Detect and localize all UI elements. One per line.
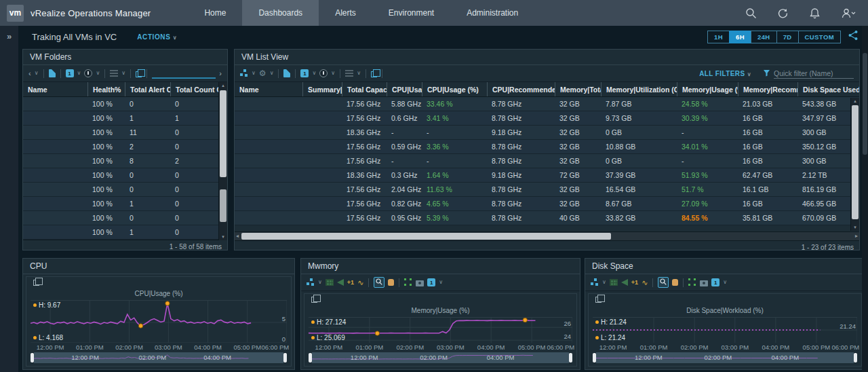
all-filters-dropdown[interactable]: ALL FILTERS ∨	[699, 70, 751, 77]
brush-handle-right[interactable]	[283, 353, 287, 362]
column-selector-icon[interactable]	[345, 70, 353, 77]
chevron-down-icon[interactable]: ∨	[331, 71, 335, 76]
chevron-down-icon[interactable]: ∨	[318, 280, 322, 285]
chevron-down-icon[interactable]: ∨	[35, 71, 39, 76]
status-filter-icon[interactable]	[319, 69, 328, 77]
column-header[interactable]: Summary|Guest...	[302, 82, 342, 96]
brush-handle-right[interactable]	[854, 353, 857, 362]
share-icon[interactable]	[848, 30, 859, 43]
time-range-1h[interactable]: 1H	[707, 31, 730, 43]
dynamic-threshold-icon[interactable]	[337, 279, 344, 286]
chevron-down-icon[interactable]: ∨	[723, 280, 727, 285]
snapshot-icon[interactable]	[416, 280, 424, 286]
chevron-down-icon[interactable]: ∨	[77, 71, 81, 76]
column-header[interactable]: Total Capacity	[342, 82, 387, 96]
cpu-chart-plot[interactable]: H: 9.67 L: 4.168 50	[31, 300, 287, 343]
table-row[interactable]: 17.56 GHz0.82 GHz4.65 %8.78 GHz32 GB8.67…	[235, 197, 859, 211]
column-header[interactable]: Name	[23, 82, 87, 96]
data-grid-icon[interactable]	[326, 279, 334, 286]
table-row[interactable]: 18.36 GHz--9.18 GHz32 GB0 GB-16 GB300 GB	[235, 126, 859, 140]
compare-chart-icon[interactable]	[595, 297, 601, 303]
table-row[interactable]: 17.56 GHz0.6 GHz3.41 %8.78 GHz32 GB9.73 …	[235, 111, 859, 126]
anomalies-icon[interactable]: +1	[347, 279, 354, 286]
column-header[interactable]: Total Alert Count	[125, 82, 170, 96]
zoom-all-icon[interactable]	[688, 278, 696, 286]
brush-track[interactable]: 12:00 PM02:00 PM04:00 PM	[34, 352, 283, 363]
zoom-mode-icon[interactable]	[374, 277, 384, 288]
chevron-down-icon[interactable]: ∨	[439, 280, 443, 285]
search-icon[interactable]	[745, 7, 757, 19]
brush-track[interactable]: 12:00 PM02:00 PM04:00 PM	[312, 352, 569, 363]
table-row[interactable]: 100 %00	[23, 183, 227, 197]
nav-item-dashboards[interactable]: Dashboards	[242, 0, 319, 26]
page-size-icon[interactable]: 1	[66, 69, 74, 77]
column-selector-icon[interactable]	[110, 70, 118, 77]
table-row[interactable]: 100 %20	[23, 140, 227, 154]
column-header[interactable]: Memory|Recommended ...	[738, 82, 797, 96]
column-header[interactable]: Health%	[87, 82, 125, 96]
chart-type-icon[interactable]	[591, 278, 599, 286]
folder-search-input[interactable]	[152, 69, 216, 79]
scroll-right-icon[interactable]: ›	[219, 69, 222, 77]
vertical-scrollbar[interactable]: ▴▾	[218, 82, 227, 240]
column-header[interactable]: Disk Space Used	[797, 82, 859, 96]
table-row[interactable]: 100 %00	[23, 168, 227, 183]
horizontal-scrollbar[interactable]: ◂▸	[235, 231, 859, 240]
nav-item-administration[interactable]: Administration	[450, 0, 534, 26]
table-row[interactable]: 17.56 GHz--8.78 GHz32 GB0 GB-16 GB300 GB	[235, 154, 859, 168]
table-row[interactable]: 100 %11	[23, 111, 227, 126]
expand-sidebar-icon[interactable]: »	[0, 31, 18, 41]
anomalies-icon[interactable]: +1	[631, 279, 638, 286]
status-filter-icon[interactable]	[84, 69, 92, 77]
disk-chart-plot[interactable]: H: 21.24 L: 21.24 21.24	[593, 317, 857, 343]
column-header[interactable]: CPU|Recommended Size	[487, 82, 555, 96]
copy-icon[interactable]	[136, 71, 142, 77]
page-size-icon[interactable]: 1	[300, 69, 309, 77]
table-row[interactable]: 18.36 GHz0.3 GHz1.64 %9.18 GHz72 GB37.39…	[235, 168, 859, 183]
user-menu-icon[interactable]	[841, 7, 856, 19]
table-row[interactable]: 100 %10	[23, 197, 227, 211]
table-row[interactable]: 100 %00	[23, 97, 227, 111]
time-range-6h[interactable]: 6H	[729, 31, 751, 43]
trend-line-icon[interactable]: ∿	[642, 279, 648, 286]
compare-chart-icon[interactable]	[311, 297, 317, 303]
dashboard-nav-icon[interactable]	[240, 69, 248, 77]
brush-handle-left[interactable]	[31, 353, 34, 362]
gear-icon[interactable]: ⚙	[259, 69, 267, 77]
chevron-down-icon[interactable]: ∨	[312, 71, 316, 76]
column-header[interactable]: Memory|Total Capacity (...	[555, 82, 601, 96]
quick-filter-input[interactable]	[774, 68, 854, 79]
time-range-7d[interactable]: 7D	[776, 31, 799, 43]
nav-item-home[interactable]: Home	[188, 0, 242, 26]
table-row[interactable]: 17.56 GHz0.95 GHz5.39 %8.78 GHz40 GB33.8…	[235, 211, 859, 225]
table-row[interactable]: 17.56 GHz0.59 GHz3.36 %8.78 GHz32 GB10.8…	[235, 140, 859, 154]
brush-handle-left[interactable]	[593, 353, 596, 362]
chevron-down-icon[interactable]: ∨	[270, 71, 274, 76]
table-row[interactable]: 17.56 GHz5.88 GHz33.46 %8.78 GHz32 GB7.8…	[235, 97, 859, 111]
time-range-custom[interactable]: CUSTOM	[798, 31, 841, 43]
memory-chart-plot[interactable]: H: 27.124 L: 25.069 2624	[309, 317, 572, 343]
chevron-down-icon[interactable]: ∨	[602, 280, 606, 285]
column-header[interactable]: CPU|Usage (G...	[387, 82, 422, 96]
chevron-down-icon[interactable]: ∨	[252, 71, 256, 76]
scroll-left-icon[interactable]: ‹	[28, 69, 31, 77]
pan-icon[interactable]	[388, 279, 394, 286]
export-icon[interactable]	[49, 69, 56, 77]
chevron-down-icon[interactable]: ∨	[357, 71, 361, 76]
brush-track[interactable]: 12:00 PM02:00 PM04:00 PM	[596, 352, 854, 363]
table-row[interactable]: 100 %00	[23, 211, 227, 225]
copy-icon[interactable]	[371, 71, 377, 77]
nav-item-environment[interactable]: Environment	[372, 0, 450, 26]
dynamic-threshold-icon[interactable]	[621, 279, 628, 286]
pan-icon[interactable]	[672, 279, 678, 286]
trend-line-icon[interactable]: ∿	[357, 279, 363, 286]
table-row[interactable]: 100 %82	[23, 154, 227, 168]
brush-handle-right[interactable]	[569, 353, 572, 362]
table-row[interactable]: 100 %10	[23, 225, 227, 240]
page-size-icon[interactable]: 1	[427, 278, 435, 286]
zoom-all-icon[interactable]	[404, 278, 412, 286]
bell-icon[interactable]	[809, 7, 821, 19]
compare-chart-icon[interactable]	[33, 280, 39, 286]
refresh-icon[interactable]	[777, 7, 789, 19]
page-size-icon[interactable]: 1	[711, 278, 719, 286]
